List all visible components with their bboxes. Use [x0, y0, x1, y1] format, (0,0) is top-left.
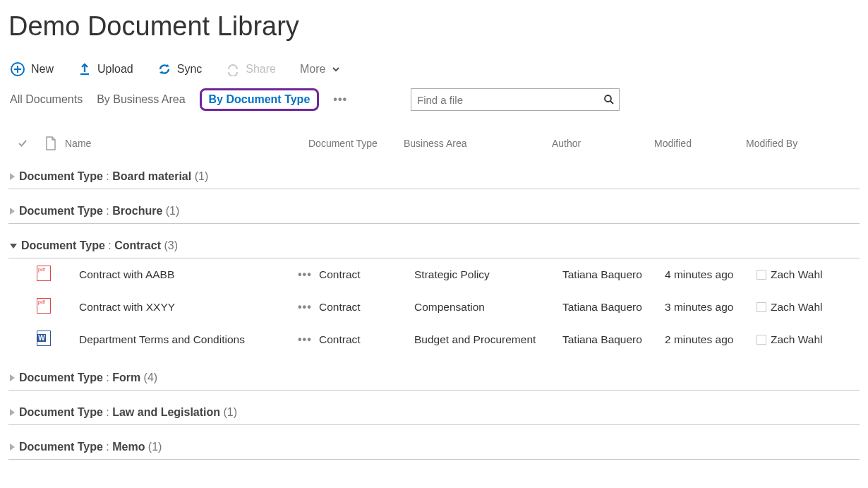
col-name[interactable]: Name	[65, 138, 308, 149]
more-button[interactable]: More	[300, 63, 341, 76]
col-author[interactable]: Author	[552, 138, 654, 149]
plus-circle-icon	[10, 61, 25, 77]
group-header[interactable]: Document Type : Board material (1)	[8, 162, 860, 189]
cell-modified-by: Zach Wahl	[757, 301, 868, 314]
toolbar: New Upload Sync Share More	[8, 61, 860, 77]
presence-icon	[757, 302, 766, 312]
cell-author: Tatiana Baquero	[562, 268, 665, 281]
collapse-icon[interactable]	[10, 244, 17, 249]
search-placeholder: Find a file	[417, 94, 463, 106]
search-icon[interactable]	[603, 94, 615, 105]
cell-document-type: Contract	[319, 333, 414, 346]
cell-author: Tatiana Baquero	[562, 301, 665, 314]
upload-icon	[78, 62, 92, 76]
file-type-icon	[37, 298, 79, 316]
expand-icon[interactable]	[10, 409, 15, 416]
view-by-business-area[interactable]: By Business Area	[97, 93, 185, 106]
group-header[interactable]: Document Type : Contract (3)	[8, 231, 860, 258]
view-all-documents[interactable]: All Documents	[10, 93, 83, 106]
group-label: Document Type : Form (4)	[19, 371, 157, 384]
check-column-icon[interactable]	[8, 138, 37, 149]
col-document-type[interactable]: Document Type	[308, 138, 404, 149]
cell-document-type: Contract	[319, 268, 414, 281]
more-label: More	[300, 63, 325, 76]
group-label: Document Type : Law and Legislation (1)	[19, 406, 237, 419]
cell-modified-by: Zach Wahl	[757, 268, 868, 281]
sync-button[interactable]: Sync	[157, 62, 203, 76]
expand-icon[interactable]	[10, 374, 15, 381]
new-label: New	[31, 63, 54, 76]
sync-icon	[157, 62, 171, 76]
group-label: Document Type : Memo (1)	[19, 441, 162, 453]
page-title: Demo Document Library	[8, 11, 860, 42]
file-name[interactable]: Contract with XXYY	[79, 301, 298, 314]
col-business-area[interactable]: Business Area	[404, 138, 552, 149]
file-type-icon	[37, 266, 79, 284]
expand-icon[interactable]	[10, 173, 15, 180]
cell-business-area: Compensation	[414, 301, 562, 314]
search-input[interactable]: Find a file	[411, 88, 620, 111]
views-row: All Documents By Business Area By Docume…	[8, 88, 860, 111]
chevron-down-icon	[331, 64, 341, 74]
cell-modified: 4 minutes ago	[665, 268, 757, 281]
cell-modified-by: Zach Wahl	[757, 333, 868, 346]
presence-icon	[757, 270, 766, 280]
share-label: Share	[246, 63, 276, 76]
group-header[interactable]: Document Type : Memo (1)	[8, 432, 860, 460]
cell-author: Tatiana Baquero	[562, 333, 665, 346]
group-header[interactable]: Document Type : Law and Legislation (1)	[8, 398, 860, 425]
group-header[interactable]: Document Type : Brochure (1)	[8, 196, 860, 224]
upload-label: Upload	[97, 63, 133, 76]
file-type-icon	[37, 331, 79, 349]
new-button[interactable]: New	[10, 61, 54, 77]
group-label: Document Type : Board material (1)	[19, 170, 208, 183]
cell-document-type: Contract	[319, 301, 414, 314]
row-menu-icon[interactable]: •••	[298, 333, 319, 346]
row-menu-icon[interactable]: •••	[298, 301, 319, 314]
share-button[interactable]: Share	[226, 62, 276, 76]
cell-modified: 2 minutes ago	[665, 333, 757, 346]
svg-line-7	[610, 101, 613, 104]
col-modified[interactable]: Modified	[654, 138, 746, 149]
share-icon	[226, 62, 240, 76]
cell-modified: 3 minutes ago	[665, 301, 757, 314]
file-name[interactable]: Department Terms and Conditions	[79, 333, 298, 346]
row-menu-icon[interactable]: •••	[298, 268, 319, 281]
table-header: Name Document Type Business Area Author …	[8, 132, 860, 155]
table-row[interactable]: Contract with XXYY ••• Contract Compensa…	[8, 291, 860, 323]
cell-business-area: Budget and Procurement	[414, 333, 562, 346]
group-label: Document Type : Contract (3)	[21, 239, 178, 252]
sync-label: Sync	[177, 63, 203, 76]
views-more-icon[interactable]: •••	[333, 93, 347, 106]
col-modified-by[interactable]: Modified By	[746, 138, 868, 149]
group-label: Document Type : Brochure (1)	[19, 205, 179, 218]
group-header[interactable]: Document Type : Form (4)	[8, 363, 860, 391]
table-row[interactable]: Contract with AABB ••• Contract Strategi…	[8, 258, 860, 291]
cell-business-area: Strategic Policy	[414, 268, 562, 281]
table-row[interactable]: Department Terms and Conditions ••• Cont…	[8, 323, 860, 356]
file-column-icon	[37, 136, 65, 150]
expand-icon[interactable]	[10, 444, 15, 451]
file-name[interactable]: Contract with AABB	[79, 268, 298, 281]
view-by-document-type[interactable]: By Document Type	[200, 88, 320, 111]
svg-point-6	[605, 95, 611, 102]
presence-icon	[757, 335, 766, 345]
upload-button[interactable]: Upload	[78, 62, 133, 76]
expand-icon[interactable]	[10, 208, 15, 215]
